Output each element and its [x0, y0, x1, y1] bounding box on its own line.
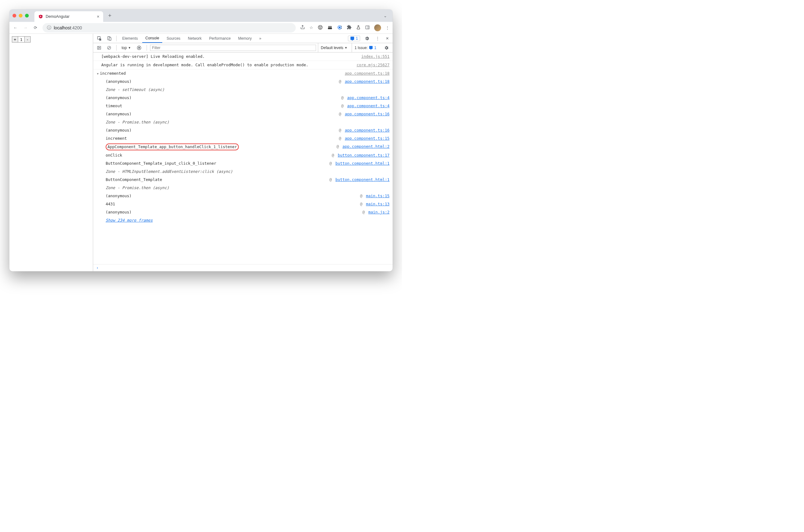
close-tab-button[interactable]: ×	[97, 14, 99, 19]
source-link[interactable]: core.mjs:25627	[357, 62, 389, 67]
source-link[interactable]: app.component.html:2	[342, 144, 389, 149]
at-symbol: @	[336, 144, 341, 149]
show-more-link[interactable]: Show 234 more frames	[106, 217, 389, 224]
stack-frame: ButtonComponent_Template	[106, 177, 329, 183]
increment-button[interactable]: +	[12, 36, 18, 42]
browser-tab[interactable]: DemoAngular ×	[34, 11, 103, 22]
source-link[interactable]: app.component.ts:16	[345, 112, 389, 116]
at-symbol: @	[329, 177, 334, 182]
extension-icon-3[interactable]	[337, 25, 342, 31]
counter-value: 1	[18, 36, 24, 42]
tabs-chevron-icon[interactable]: ⌄	[381, 14, 389, 18]
at-symbol: @	[360, 202, 365, 206]
tab-more[interactable]: »	[256, 34, 265, 42]
device-toolbar-icon[interactable]	[105, 35, 114, 42]
console-row: timeout@ app.component.ts:4	[93, 102, 393, 110]
settings-gear-icon[interactable]	[363, 35, 371, 42]
source-link[interactable]: button.component.ts:17	[338, 153, 389, 157]
tab-memory[interactable]: Memory	[235, 34, 255, 42]
tab-network[interactable]: Network	[185, 34, 205, 42]
source-link[interactable]: index.js:551	[361, 54, 389, 59]
clear-console-icon[interactable]	[105, 44, 113, 51]
source-link[interactable]: app.component.ts:4	[347, 95, 389, 100]
at-symbol: @	[332, 153, 336, 157]
minimize-window-button[interactable]	[19, 14, 22, 18]
counter-widget: + 1 -	[12, 36, 90, 42]
issue-prefix: 1 Issue:	[355, 46, 368, 50]
source-link[interactable]: main.ts:13	[366, 202, 389, 206]
console-settings-gear-icon[interactable]	[382, 44, 391, 52]
close-window-button[interactable]	[13, 14, 16, 18]
maximize-window-button[interactable]	[25, 14, 29, 18]
decrement-button[interactable]: -	[24, 36, 31, 42]
at-symbol: @	[341, 95, 346, 100]
issues-link[interactable]: 1 Issue: 1	[352, 43, 379, 52]
extensions-puzzle-icon[interactable]	[347, 25, 352, 31]
extension-icon-1[interactable]	[318, 25, 323, 31]
new-tab-button[interactable]: +	[106, 13, 114, 19]
browser-menu-icon[interactable]: ⋮	[385, 25, 389, 30]
devtools-tabbar: Elements Console Sources Network Perform…	[93, 34, 393, 43]
console-sidebar-toggle-icon[interactable]	[95, 44, 103, 51]
reload-button[interactable]: ⟳	[33, 25, 38, 30]
address-bar[interactable]: ⓘ localhost:4200	[42, 23, 296, 33]
console-row: incrementedapp.component.ts:18	[93, 70, 393, 77]
source-link[interactable]: app.component.ts:18	[345, 79, 389, 84]
svg-point-4	[328, 26, 330, 27]
console-output: [webpack-dev-server] Live Reloading enab…	[93, 53, 393, 264]
share-icon[interactable]	[300, 25, 305, 31]
svg-rect-3	[328, 27, 332, 29]
tab-elements[interactable]: Elements	[119, 34, 141, 42]
stack-frame: (anonymous)	[106, 78, 339, 85]
console-row: Zone - Promise.then (async)	[93, 184, 393, 192]
svg-line-16	[108, 46, 110, 49]
svg-rect-12	[109, 38, 111, 40]
execution-context-selector[interactable]: top ▼	[120, 45, 133, 51]
source-link[interactable]: app.component.ts:16	[345, 128, 389, 133]
stack-frame: AppComponent_Template_app_button_handleC…	[106, 144, 336, 150]
live-expression-icon[interactable]	[135, 44, 143, 52]
stack-frame: (anonymous)	[106, 209, 362, 215]
source-link[interactable]: app.component.ts:4	[347, 103, 389, 108]
issues-badge[interactable]: 1	[348, 36, 360, 41]
tab-title: DemoAngular	[46, 14, 70, 19]
issues-count: 1	[356, 36, 358, 41]
source-link[interactable]: main.ts:15	[366, 193, 389, 198]
at-symbol: @	[360, 193, 365, 198]
console-prompt[interactable]: ›	[93, 264, 393, 271]
console-filter-input[interactable]	[150, 45, 317, 51]
source-link[interactable]: button.component.html:1	[336, 161, 389, 166]
issue-count: 1	[374, 46, 376, 50]
close-devtools-button[interactable]: ✕	[384, 35, 391, 42]
inspect-element-icon[interactable]	[95, 35, 104, 42]
source-link[interactable]: main.js:2	[368, 210, 389, 214]
zone-frame: Zone - Promise.then (async)	[106, 119, 389, 125]
browser-toolbar: ← → ⟳ ⓘ localhost:4200 ☆	[9, 22, 393, 34]
svg-point-5	[330, 26, 331, 27]
console-row: ButtonComponent_Template@ button.compone…	[93, 176, 393, 184]
extension-icon-2[interactable]	[327, 25, 332, 31]
divider	[116, 36, 117, 41]
extension-icon-labs[interactable]	[356, 25, 361, 31]
tab-console[interactable]: Console	[142, 34, 162, 43]
source-link[interactable]: app.component.ts:15	[345, 136, 389, 141]
source-link[interactable]: app.component.ts:18	[345, 71, 389, 76]
bookmark-star-icon[interactable]: ☆	[309, 25, 313, 30]
profile-avatar[interactable]	[374, 24, 381, 31]
page-viewport: + 1 -	[9, 34, 93, 271]
stack-frame: increment	[106, 135, 339, 141]
back-button[interactable]: ←	[13, 25, 18, 30]
forward-button[interactable]: →	[22, 25, 28, 30]
at-symbol: @	[339, 79, 344, 84]
at-symbol: @	[339, 136, 344, 141]
console-row: (anonymous)@ main.js:2	[93, 208, 393, 216]
stack-frame: Angular is running in development mode. …	[101, 62, 357, 68]
devtools-menu-icon[interactable]: ⋮	[374, 35, 381, 42]
console-row: (anonymous)@ app.component.ts:16	[93, 126, 393, 134]
source-link[interactable]: button.component.html:1	[336, 177, 389, 182]
at-symbol: @	[329, 161, 334, 166]
log-levels-selector[interactable]: Default levels ▼	[318, 43, 350, 52]
extension-icon-panel[interactable]	[365, 25, 370, 31]
tab-sources[interactable]: Sources	[164, 34, 184, 42]
tab-performance[interactable]: Performance	[206, 34, 234, 42]
